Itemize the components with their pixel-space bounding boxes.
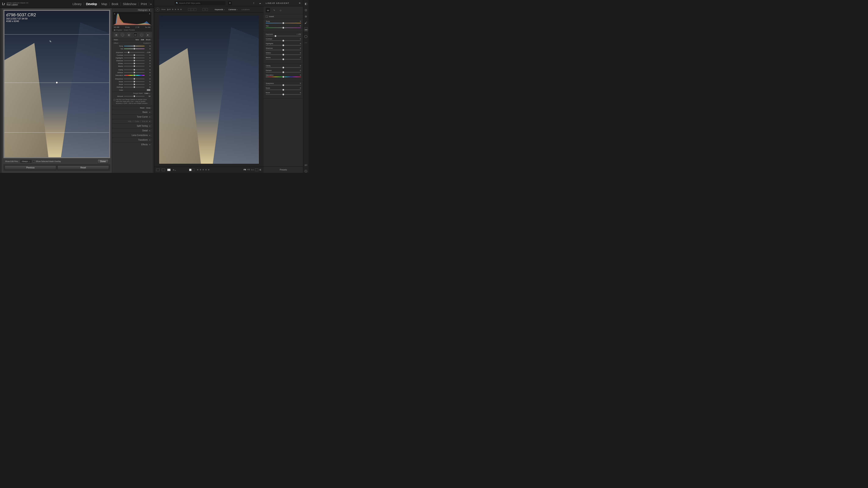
cameras-dropdown[interactable]: Cameras⌄ (227, 8, 239, 11)
slider-value-whites[interactable]: 0 (145, 63, 151, 64)
heal-rail-icon[interactable]: ⊛ (305, 15, 308, 18)
cc-canvas[interactable] (154, 13, 264, 166)
slider-value-contrast[interactable]: 0 (145, 54, 151, 56)
cc-slider-value-exposure[interactable]: − 1.59 (296, 33, 301, 35)
slider-contrast[interactable] (124, 55, 145, 56)
zoom-1to1[interactable]: 1:1 (251, 169, 254, 171)
slider-value-dehaze[interactable]: 0 (145, 72, 151, 73)
right-panel-expander[interactable] (152, 8, 154, 173)
panel-close[interactable]: Close (146, 107, 151, 109)
cc-slider-saturation[interactable] (266, 77, 301, 77)
cc-slider-dehaze[interactable] (266, 72, 301, 72)
grid-view-icon[interactable] (156, 169, 160, 171)
accordion-hsl[interactable]: HSL/ Color/ B & W◀ (112, 119, 152, 124)
panel-reset-icon[interactable]: ⟲ (299, 2, 301, 4)
color-swatch[interactable] (147, 89, 151, 91)
slider-whites[interactable] (124, 63, 145, 64)
cc-slider-blacks[interactable] (266, 59, 301, 60)
compare-icon[interactable]: ◧ (259, 169, 261, 171)
flag-filter[interactable] (188, 8, 196, 11)
histogram[interactable]: ▲ ▲ (113, 12, 151, 25)
rating-controls[interactable]: ★ ★ ★ ★ ★ (197, 168, 210, 171)
mask-new[interactable]: New (135, 39, 139, 41)
gradient-line-bottom[interactable] (4, 132, 109, 133)
previous-button[interactable]: Previous (5, 165, 56, 170)
slider-dehaze[interactable] (124, 72, 145, 73)
cc-slider-tint[interactable] (266, 28, 301, 28)
cc-slider-value-saturation[interactable]: 0 (300, 74, 301, 76)
module-develop[interactable]: Develop (84, 2, 99, 6)
slider-value-shadows[interactable]: 0 (145, 60, 151, 62)
slider-highlights[interactable] (124, 58, 145, 58)
module-more-icon[interactable]: » (149, 2, 152, 6)
cc-slider-value-blacks[interactable]: 0 (300, 57, 301, 59)
more-rail-icon[interactable]: ⋯ (305, 41, 308, 44)
module-library[interactable]: Library (70, 2, 84, 6)
radial-filter-icon[interactable]: ◯ (140, 33, 144, 37)
cc-slider-value-noise[interactable]: 0 (300, 87, 301, 89)
presets-button[interactable]: Presets (264, 166, 303, 173)
slider-value-exposure[interactable]: – 2.05 (145, 52, 151, 53)
slider-value-saturation[interactable]: 0 (145, 74, 151, 76)
histogram-clip-left-icon[interactable]: ▲ (114, 13, 116, 14)
locations-dropdown[interactable]: Locations (241, 8, 250, 11)
share-icon[interactable]: ⇪ (252, 1, 255, 5)
slider-shadows[interactable] (124, 60, 145, 61)
accordion-splittoning[interactable]: Split Toning◀ (112, 124, 152, 128)
cc-slider-value-tint[interactable]: 0 (300, 25, 301, 27)
cc-slider-sharpness[interactable] (266, 85, 301, 85)
cc-slider-highlights[interactable] (266, 45, 301, 45)
edit-rail-icon[interactable]: ◧ (305, 2, 308, 5)
cc-slider-clarity[interactable] (266, 67, 301, 68)
slider-value-defringe[interactable]: 0 (145, 86, 151, 88)
cc-slider-value-moire[interactable]: 0 (300, 92, 301, 94)
slider-blacks[interactable] (124, 66, 145, 66)
filter-icon[interactable]: ▼ (228, 1, 232, 5)
panel-reset[interactable]: Reset (140, 107, 145, 109)
reset-button[interactable]: Reset (57, 165, 109, 170)
detail-view-icon[interactable] (167, 169, 170, 171)
type-filter[interactable] (203, 8, 208, 11)
crop-rail-icon[interactable]: ⊡ (305, 8, 308, 11)
slider-moire[interactable] (124, 84, 145, 85)
cc-slider-noise[interactable] (266, 90, 301, 90)
rating-filter[interactable]: ≥ ★ ★ ★ ★ ★ (167, 8, 182, 11)
module-slideshow[interactable]: Slideshow (121, 2, 139, 6)
mask-overlay-checkbox[interactable] (33, 160, 35, 162)
slider-exposure[interactable] (124, 52, 145, 53)
radial-rail-icon[interactable]: ◯ (305, 35, 308, 38)
cc-slider-value-sharpness[interactable]: 0 (300, 83, 301, 84)
accordion-tonecurve[interactable]: Tone Curve◀ (112, 115, 152, 119)
slider-value-temp[interactable]: 0 (145, 45, 151, 47)
accordion-lenscorrections[interactable]: Lens Corrections◀ (112, 133, 152, 137)
show-edit-pins-dropdown[interactable]: Always ⌄ (20, 160, 32, 163)
redeye-tool-icon[interactable]: ◉ (127, 33, 131, 37)
preview-mode-label[interactable]: ▦ Original + Smart Preview (112, 29, 152, 32)
slider-saturation[interactable] (124, 75, 145, 76)
cc-slider-value-shadows[interactable]: 0 (300, 47, 301, 49)
zoom-fit[interactable]: Fit (244, 169, 246, 171)
crop-tool-icon[interactable]: ▦ (114, 33, 118, 37)
accordion-basic[interactable]: Basic◀ (112, 110, 152, 115)
amount-value[interactable]: 50 (145, 95, 151, 97)
cc-slider-temp[interactable] (266, 23, 301, 23)
slider-value-tint[interactable]: 0 (145, 48, 151, 50)
gradient-line-top[interactable] (4, 34, 109, 35)
cc-slider-whites[interactable] (266, 55, 301, 55)
zoom-fill[interactable]: Fill (247, 169, 250, 171)
done-button[interactable]: Done (97, 159, 108, 164)
module-map[interactable]: Map (99, 2, 110, 6)
left-panel-expander[interactable] (0, 8, 2, 173)
module-book[interactable]: Book (110, 2, 121, 6)
cc-slider-contrast[interactable] (266, 40, 301, 41)
slider-value-moire[interactable]: 0 (145, 84, 151, 85)
slider-clarity[interactable] (124, 69, 145, 70)
cc-slider-value-dehaze[interactable]: 0 (300, 69, 301, 71)
cloud-icon[interactable]: ☁ (258, 1, 262, 5)
mask-edit[interactable]: Edit (141, 39, 144, 41)
eyedropper-icon[interactable]: ✎ (50, 40, 52, 43)
mask-brush[interactable]: Brush (146, 39, 151, 41)
cc-slider-value-temp[interactable]: 0 (300, 20, 301, 22)
slider-value-highlights[interactable]: 0 (145, 57, 151, 59)
histogram-label[interactable]: Histogram (138, 9, 148, 11)
